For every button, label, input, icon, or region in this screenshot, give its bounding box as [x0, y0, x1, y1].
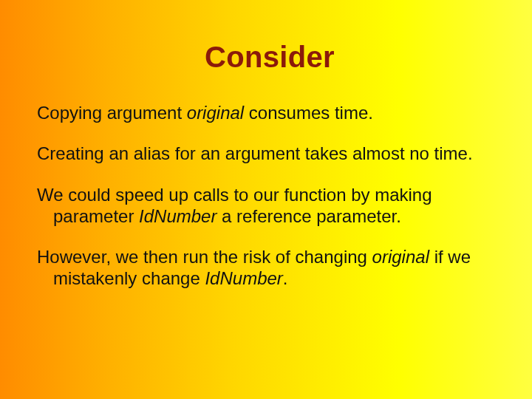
italic-text: original: [372, 247, 429, 267]
text: Copying argument: [37, 103, 187, 123]
paragraph-1: Copying argument original consumes time.: [37, 102, 502, 123]
text: .: [283, 268, 288, 288]
paragraph-2: Creating an alias for an argument takes …: [37, 143, 502, 164]
text: However, we then run the risk of changin…: [37, 247, 372, 267]
italic-text: original: [187, 103, 244, 123]
text: consumes time.: [244, 103, 373, 123]
italic-text: IdNumber: [205, 268, 282, 288]
slide-title: Consider: [37, 0, 502, 74]
slide-body: Copying argument original consumes time.…: [37, 102, 502, 290]
paragraph-4: However, we then run the risk of changin…: [37, 246, 502, 290]
paragraph-3: We could speed up calls to our function …: [37, 184, 502, 228]
text: a reference parameter.: [216, 206, 400, 226]
slide: Consider Copying argument original consu…: [0, 0, 532, 399]
italic-text: IdNumber: [139, 206, 216, 226]
